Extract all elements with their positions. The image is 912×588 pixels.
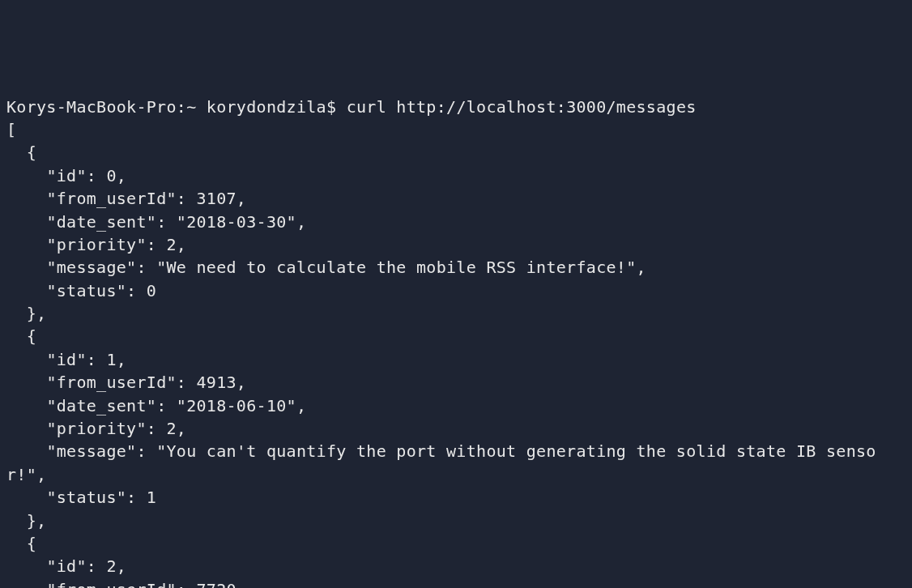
- prompt-username: korydondzila: [207, 97, 326, 117]
- prompt-char: $: [326, 97, 336, 117]
- prompt-hostname: Korys-MacBook-Pro: [6, 97, 177, 117]
- prompt-line: Korys-MacBook-Pro:~ korydondzila$ curl h…: [6, 97, 697, 117]
- terminal-output: [ { "id": 0, "from_userId": 3107, "date_…: [6, 120, 876, 588]
- prompt-cwd: ~: [186, 97, 196, 117]
- command-text: curl http://localhost:3000/messages: [347, 97, 697, 117]
- terminal-window[interactable]: Korys-MacBook-Pro:~ korydondzila$ curl h…: [6, 96, 912, 588]
